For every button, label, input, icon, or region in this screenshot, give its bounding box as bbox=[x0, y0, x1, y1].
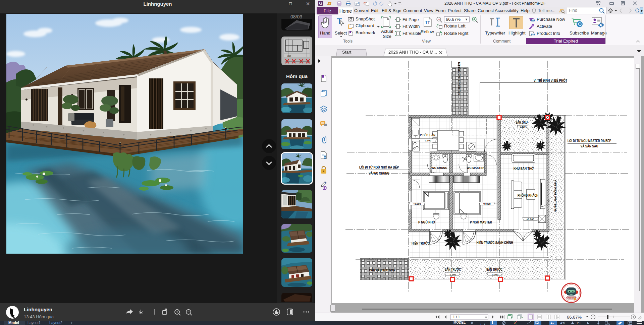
svg-text:HIÊN TRƯỚC SẢNH CHÍNH: HIÊN TRƯỚC SẢNH CHÍNH bbox=[477, 241, 513, 245]
svg-text:TT: TT bbox=[425, 20, 430, 25]
svg-text:-0.300: -0.300 bbox=[424, 139, 431, 142]
svg-text:G: G bbox=[319, 1, 322, 6]
svg-text:#: # bbox=[471, 321, 473, 325]
svg-text:+0.000: +0.000 bbox=[483, 202, 490, 205]
svg-text:VÀ WC CHUNG: VÀ WC CHUNG bbox=[369, 171, 389, 175]
svg-text:1:1: 1:1 bbox=[576, 321, 581, 325]
svg-text:-0.500: -0.500 bbox=[491, 273, 498, 276]
svg-text:WC MASTER: WC MASTER bbox=[467, 166, 485, 170]
svg-text:2026: 2026 bbox=[287, 55, 291, 57]
svg-text:LỐI ĐI TỪ NGỦ MASTER RA BẾP: LỐI ĐI TỪ NGỦ MASTER RA BẾP bbox=[568, 138, 611, 143]
svg-text:WC CHUNG: WC CHUNG bbox=[432, 166, 447, 170]
svg-text:P NGỦ MASTER: P NGỦ MASTER bbox=[470, 220, 492, 224]
svg-text:-0.500: -0.500 bbox=[519, 126, 526, 128]
svg-text:P BẾP + ĂN: P BẾP + ĂN bbox=[420, 133, 435, 137]
svg-text:HÀNH LANG HỒNG NHÀ: HÀNH LANG HỒNG NHÀ bbox=[553, 180, 557, 212]
svg-text:VỊ TRÍ ĐỊNH VỊ BỂ PHỐT: VỊ TRÍ ĐỊNH VỊ BỂ PHỐT bbox=[534, 78, 567, 83]
svg-text:+0.000: +0.000 bbox=[413, 202, 421, 205]
svg-text:A•: A• bbox=[550, 321, 554, 325]
svg-text:1 / 1: 1 / 1 bbox=[453, 315, 460, 319]
svg-text:SÂN SAU: SÂN SAU bbox=[516, 120, 528, 124]
svg-text:-0.500: -0.500 bbox=[449, 273, 456, 276]
svg-text:SÂN TRƯỚC: SÂN TRƯỚC bbox=[445, 267, 461, 271]
svg-text:+0.000: +0.000 bbox=[526, 218, 534, 221]
svg-text:CẦU RA KHU MO TÔ TIỀN: CẦU RA KHU MO TÔ TIỀN bbox=[457, 62, 461, 95]
svg-text:VÀ SÂN SAU: VÀ SÂN SAU bbox=[581, 144, 598, 148]
svg-text:SÂN TRƯỚC: SÂN TRƯỚC bbox=[486, 267, 502, 271]
svg-text:PHÒNG KHÁCH: PHÒNG KHÁCH bbox=[518, 193, 538, 197]
svg-text:⋮⋮: ⋮⋮ bbox=[479, 321, 486, 325]
svg-text:P NGỦ NHỎ: P NGỦ NHỎ bbox=[418, 220, 435, 224]
svg-text:LỐI ĐI TỪ NGỦ NHỎ RA BẾP: LỐI ĐI TỪ NGỦ NHỎ RA BẾP bbox=[359, 165, 399, 169]
svg-text:A⇅: A⇅ bbox=[560, 321, 565, 325]
svg-text:CẦU VÀO KHU NHÀ: CẦU VÀO KHU NHÀ bbox=[369, 268, 395, 272]
svg-text:KHU BAN THỜ: KHU BAN THỜ bbox=[514, 167, 534, 171]
svg-text:HIÊN TRƯỚC: HIÊN TRƯỚC bbox=[412, 241, 430, 245]
